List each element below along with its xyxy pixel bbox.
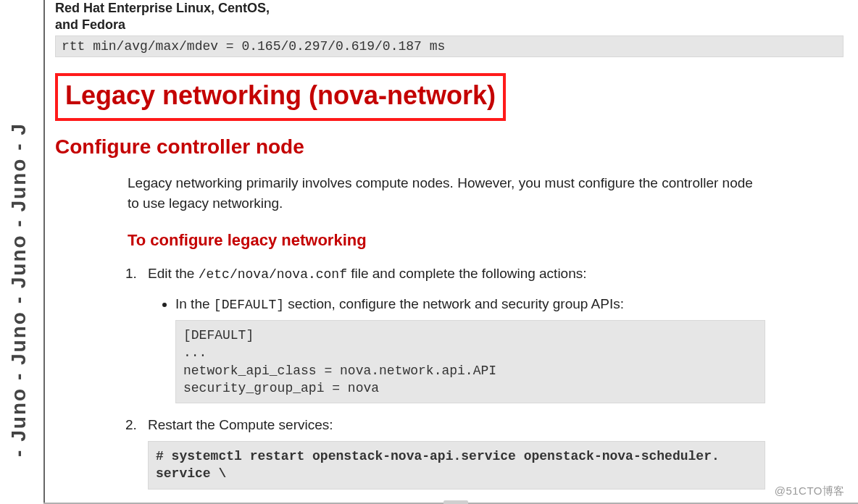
step1-bullets: In the [DEFAULT] section, configure the … [175, 294, 765, 403]
cmd-line1: systemctl restart openstack-nova-api.ser… [172, 449, 720, 463]
watermark-text: @51CTO博客 [775, 484, 845, 498]
step2-command-block: # systemctl restart openstack-nova-api.s… [148, 441, 765, 490]
procedure-heading: To configure legacy networking [128, 229, 765, 252]
vertical-rule [43, 0, 45, 504]
step1-lead-before: Edit the [148, 266, 199, 281]
step1-conf-path: /etc/nova/nova.conf [199, 267, 347, 282]
procedure-steps-list: Edit the /etc/nova/nova.conf file and co… [141, 264, 765, 490]
step-1: Edit the /etc/nova/nova.conf file and co… [141, 264, 765, 403]
step1-lead-after: file and complete the following actions: [347, 266, 587, 281]
horizontal-scroll-thumb[interactable] [443, 500, 468, 504]
os-list-note: Red Hat Enterprise Linux, CentOS, and Fe… [55, 0, 844, 33]
os-list-line1: Red Hat Enterprise Linux, CentOS, [55, 1, 270, 15]
step1-config-block: [DEFAULT] ... network_api_class = nova.n… [175, 320, 765, 403]
side-brand-ribbon: - Juno - Juno - Juno - Juno - J [0, 0, 41, 504]
rtt-output-line: rtt min/avg/max/mdev = 0.165/0.297/0.619… [55, 35, 844, 57]
step-2: Restart the Compute services: # systemct… [141, 415, 765, 489]
step2-text: Restart the Compute services: [148, 417, 333, 432]
section-heading: Configure controller node [55, 135, 844, 159]
step1-bullet-1: In the [DEFAULT] section, configure the … [175, 294, 765, 403]
cmd-line2: service \ [156, 466, 226, 481]
step1-bullet-after: section, configure the network and secur… [284, 296, 624, 311]
shell-prompt: # [156, 449, 172, 463]
step1-bullet-code: [DEFAULT] [214, 298, 284, 312]
os-list-line2: and Fedora [55, 17, 125, 32]
side-brand-text: - Juno - Juno - Juno - Juno - J [7, 122, 30, 457]
intro-paragraph: Legacy networking primarily involves com… [128, 173, 765, 213]
page-title: Legacy networking (nova-network) [55, 73, 506, 121]
step1-bullet-before: In the [175, 296, 214, 311]
